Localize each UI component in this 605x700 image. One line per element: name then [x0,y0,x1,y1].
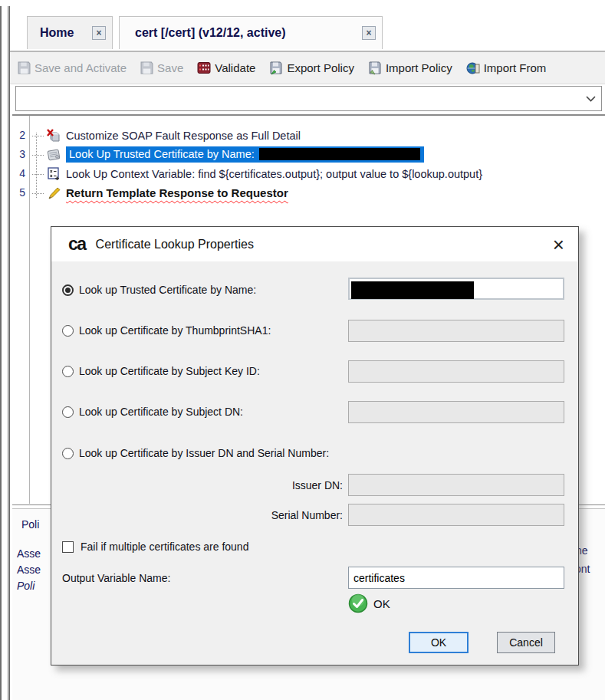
ok-button-label: OK [431,636,446,649]
validate-icon [197,61,211,74]
policy-line-lookup-trusted-cert[interactable]: Look Up Trusted Certificate by Name: [32,145,424,164]
panel-text-fragment: Asse [17,564,41,576]
radio-label: Look up Certificate by Issuer DN and Ser… [79,447,329,459]
issuer-dn-label: Issuer DN: [205,479,343,491]
radio-lookup-by-subject-key-id[interactable] [62,366,74,377]
tab-home[interactable]: Home × [27,16,113,49]
pencil-icon [46,186,61,201]
splitter-line [8,6,10,700]
line-number: 5 [13,186,25,199]
tree-connector [32,154,44,156]
thumbprint-field [348,320,564,342]
soap-fault-icon [46,128,61,143]
toolbar: Save and Activate Save Validate Export P… [10,52,605,84]
radio-label: Look up Trusted Certificate by Name: [79,284,256,296]
import-policy-button[interactable]: Import Policy [368,61,452,75]
toolbar-button-label: Import From [484,61,547,74]
radio-label: Look up Certificate by Subject Key ID: [79,365,260,377]
policy-line-text: Customize SOAP Fault Response as Full De… [66,130,301,142]
radio-lookup-by-thumbprint[interactable] [62,325,74,337]
cancel-button[interactable]: Cancel [497,632,555,653]
subject-key-id-field [348,360,564,383]
toolbar-button-label: Export Policy [287,61,354,74]
save-icon [140,61,153,74]
tree-connector [32,192,44,194]
tab-bar: Home × cert [/cert] (v12/12, active) × [10,12,605,52]
panel-text-fragment: Poli [21,518,39,531]
close-icon[interactable]: × [553,235,564,255]
radio-lookup-by-subject-dn[interactable] [62,406,74,418]
issuer-dn-field [348,474,564,496]
policy-line-text: Look Up Context Variable: find ${certifi… [66,168,482,180]
cert-name-field[interactable] [348,278,564,300]
dialog-title: Certificate Lookup Properties [96,238,254,251]
panel-text-fragment: Asse [17,547,41,560]
redacted-value [259,148,420,160]
fail-if-multiple-checkbox[interactable] [62,541,74,553]
line-number-gutter: 2 3 4 5 [12,116,30,504]
radio-lookup-by-name[interactable] [62,284,74,296]
subject-dn-field [348,401,564,423]
toolbar-button-label: Validate [215,61,255,74]
policy-line-text: Return Template Response to Requestor [66,186,288,199]
toolbar-button-label: Import Policy [386,61,452,74]
toolbar-button-label: Save and Activate [35,61,127,74]
policy-line-lookup-context-variable[interactable]: Look Up Context Variable: find ${certifi… [32,164,482,183]
search-input[interactable] [16,87,580,110]
save-button[interactable]: Save [140,61,183,74]
output-variable-field[interactable] [348,567,564,589]
checkbox-label: Fail if multiple certificates are found [81,541,248,553]
toolbar-button-label: Save [157,61,183,74]
tab-home-label: Home [40,26,74,40]
ok-button[interactable]: OK [409,632,469,653]
export-policy-icon [269,61,283,75]
import-policy-icon [368,61,382,75]
policy-line-return-template-response[interactable]: Return Template Response to Requestor [32,183,288,202]
redacted-value [351,281,474,299]
export-policy-button[interactable]: Export Policy [269,61,354,75]
policy-search-combobox[interactable] [15,86,602,111]
close-icon[interactable]: × [92,26,106,40]
policy-line-text: Look Up Trusted Certificate by Name: [69,148,255,160]
context-variable-icon [46,166,61,182]
tab-cert-label: cert [/cert] (v12/12, active) [135,26,286,40]
line-number: 2 [13,129,25,141]
line-number: 4 [13,167,25,179]
status-text: OK [373,597,390,610]
splitter-line [7,6,8,700]
ca-logo: ca [68,235,86,253]
selected-policy-line: Look Up Trusted Certificate by Name: [66,146,424,163]
policy-line-customize-soap-fault[interactable]: Customize SOAP Fault Response as Full De… [32,126,301,145]
green-check-icon [348,593,368,613]
validate-button[interactable]: Validate [197,61,255,74]
window-edge-line [0,6,2,700]
dialog-title-bar[interactable]: ca Certificate Lookup Properties × [51,227,578,261]
close-icon[interactable]: × [362,26,376,40]
serial-number-field [348,504,564,526]
import-from-button[interactable]: Import From [466,61,547,75]
tree-connector [32,173,44,175]
panel-text-fragment: Poli [17,580,35,592]
radio-lookup-by-issuer-dn-serial[interactable] [62,448,74,459]
radio-label: Look up Certificate by Subject DN: [79,406,243,418]
certificate-icon [46,147,61,163]
certificate-lookup-properties-dialog: ca Certificate Lookup Properties × Look … [51,226,579,665]
serial-number-label: Serial Number: [205,509,343,521]
tree-connector [32,135,44,136]
tab-cert[interactable]: cert [/cert] (v12/12, active) × [119,16,383,49]
radio-label: Look up Certificate by ThumbprintSHA1: [79,324,271,337]
chevron-down-icon[interactable] [580,96,601,102]
globe-icon [466,61,480,75]
output-variable-label: Output Variable Name: [62,572,170,584]
save-and-activate-button[interactable]: Save and Activate [18,61,127,74]
cancel-button-label: Cancel [509,636,543,649]
line-number: 3 [13,148,25,160]
validation-status: OK [348,593,390,613]
save-icon [18,61,31,74]
